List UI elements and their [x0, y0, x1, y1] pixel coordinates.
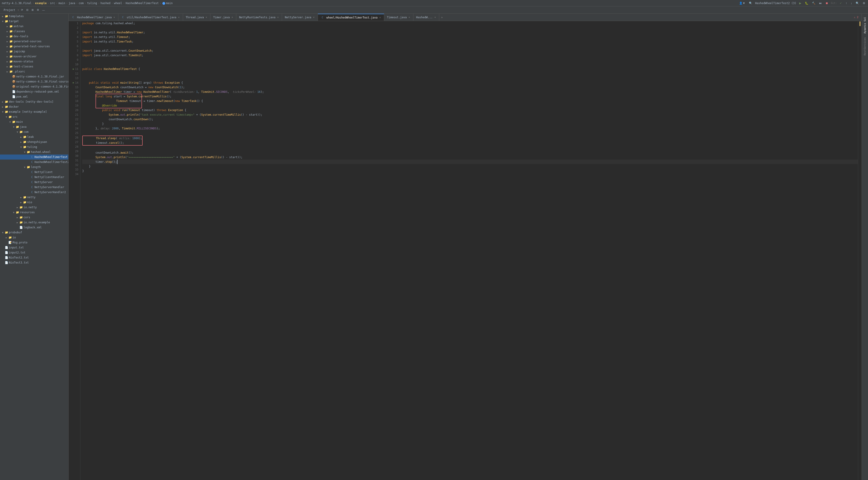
tree-item-pom[interactable]: ▶ 📄 pom.xml [0, 94, 68, 99]
ln-3: 3 [69, 30, 79, 35]
tree-item-resources[interactable]: ▼ 📁 resources [0, 210, 68, 215]
tab-thread[interactable]: Thread.java × [183, 14, 211, 21]
tree-item-cors[interactable]: ▶ 📁 cors [0, 215, 68, 220]
nav-path: netty-4.1.38.Final › example › src › mai… [2, 2, 173, 5]
stop-btn[interactable]: ⏹ [825, 1, 829, 5]
tab-close-6[interactable]: × [313, 16, 315, 19]
search-btn[interactable]: 🔍 [855, 1, 860, 5]
ln-17: 17 [69, 94, 79, 99]
tab-close-4[interactable]: × [231, 16, 233, 19]
tree-item-nettyserverhandler2[interactable]: ▶ C NettyServerHandler2 [0, 190, 68, 195]
tree-item-nettyclienthandler[interactable]: ▶ C NettyClientHandler [0, 175, 68, 180]
tree-item-input-txt[interactable]: ▶ 📄 input.txt [0, 245, 68, 250]
tree-item-tuling[interactable]: ▼ 📁 tuling [0, 145, 68, 149]
vcs-btn[interactable]: 🔍 [748, 1, 753, 5]
tree-item-original-jar[interactable]: ▶ 📦 original-netty-common-4.1.38.Final.j… [0, 84, 68, 89]
ln-5: 5 [69, 39, 79, 44]
build-btn[interactable]: 🔨 [811, 1, 816, 5]
tree-item-common-sources-jar[interactable]: ▶ 📦 netty-common-4.1.38.Final-sources.ja… [0, 79, 68, 84]
collapse-all-btn[interactable]: ⊟ [25, 7, 30, 12]
settings-toolbar-btn[interactable]: ⚙ [35, 7, 40, 12]
tree-item-com[interactable]: ▼ 📁 com [0, 129, 68, 134]
tree-item-main[interactable]: ▼ 📁 main [0, 119, 68, 124]
tree-item-nettyserver[interactable]: ▶ C NettyServer [0, 180, 68, 185]
tab-close-7[interactable]: × [408, 16, 410, 19]
tree-item-hashed-wheel[interactable]: ▼ 📁 hashed.wheel [0, 149, 68, 154]
user-icon-btn[interactable]: 👤▼ [738, 1, 746, 5]
tree-item-maven-archiver[interactable]: ▶ 📁 maven-archiver [0, 54, 68, 59]
tab-label-wheel-hashedwheel: wheel/HashedWheelTimerTest.java [327, 16, 377, 19]
more-run-btn[interactable]: ⏭ [818, 1, 823, 5]
tree-item-devtools-module[interactable]: ▶ 📁 dev-tools [netty-dev-tools] [0, 99, 68, 104]
run-btn[interactable]: ▶ [798, 1, 802, 5]
tree-item-probobuf[interactable]: ▼ 📁 probobuf [0, 230, 68, 235]
tab-timeout[interactable]: Timeout.java × [384, 14, 413, 21]
tree-item-target[interactable]: ▼ 📁 target [0, 19, 68, 24]
tab-close-1[interactable]: × [113, 16, 116, 19]
filter-btn[interactable]: — [41, 8, 46, 12]
tree-item-nio[interactable]: ▶ 📁 nio [0, 200, 68, 205]
tree-item-nettyserverhandler[interactable]: ▶ C NettyServerHandler [0, 185, 68, 190]
side-tab-restservices[interactable]: RestServices [863, 36, 867, 57]
tree-item-test-classes[interactable]: ▶ 📁 test-classes [0, 64, 68, 69]
tab-close-3[interactable]: × [205, 16, 208, 19]
tree-item-dev-tools[interactable]: ▶ 📁 dev-tools [0, 34, 68, 39]
label-nettyclienthandler: NettyClientHandler [34, 176, 64, 179]
tree-item-templates[interactable]: ▶ 📁 templates [0, 14, 68, 19]
tree-item-hashedwheel-test[interactable]: ▶ C HashedWheelTimerTest [0, 154, 68, 159]
tree-item-leak[interactable]: ▶ 📁 leak [0, 134, 68, 140]
tab-hashedw-ellipsis[interactable]: HashedW... × [413, 14, 439, 21]
tree-item-src[interactable]: ▼ 📁 src [0, 114, 68, 119]
tree-item-niotest2[interactable]: ▶ 📄 NioTest2.txt [0, 255, 68, 260]
tree-item-japicmp[interactable]: ▶ 📁 japicmp [0, 49, 68, 54]
tree-item-java[interactable]: ▼ 📁 java [0, 124, 68, 129]
tree-item-io-netty[interactable]: ▶ 📁 io.netty [0, 205, 68, 210]
git-push-btn[interactable]: ↑ [845, 1, 848, 5]
tree-item-msg-proto[interactable]: ▶ 📝 Msg.proto [0, 240, 68, 245]
tree-item-hashedwheel-test2[interactable]: ▶ C HashedWheelTimerTest2 [0, 159, 68, 164]
tab-close-8[interactable]: × [434, 16, 436, 19]
tree-item-length[interactable]: ▼ 📁 length [0, 164, 68, 170]
tab-close-5[interactable]: × [277, 16, 279, 19]
tree-item-niotest3[interactable]: ▶ 📄 NioTest3.txt [0, 260, 68, 265]
tree-item-io[interactable]: ▶ 📁 io [0, 235, 68, 240]
tab-hashedwheeltimer[interactable]: C HashedWheelTimer.java × [68, 14, 118, 21]
code-content[interactable]: package com.tuling.hashed.wheel; import … [81, 21, 858, 480]
tree-item-gen-sources[interactable]: ▶ 📁 generated-sources [0, 39, 68, 44]
sync-btn[interactable]: ⟳ [20, 7, 25, 12]
tree-item-shengshiyuan[interactable]: ▶ 📁 shengshiyuan [0, 140, 68, 145]
tree-item-io-netty-example[interactable]: ▶ 📁 io.netty.example [0, 220, 68, 225]
tree-item-netty[interactable]: ▶ 📁 netty [0, 195, 68, 200]
tab-label-nettyserver: NettyServer.java [285, 16, 311, 19]
tab-close-active[interactable]: × [379, 16, 381, 19]
git-pull-btn[interactable]: ↓ [850, 1, 853, 5]
tree-item-docker[interactable]: ▶ 📁 docker [0, 104, 68, 109]
expand-all-btn[interactable]: ⊞ [30, 7, 35, 12]
tree-item-classes[interactable]: ▶ 📁 classes [0, 29, 68, 34]
tree-item-logback[interactable]: ▶ 📄 logback.xml [0, 225, 68, 230]
tree-item-maven-status[interactable]: ▶ 📁 maven-status [0, 59, 68, 64]
tab-overflow-btn[interactable]: » [439, 16, 444, 19]
tab-java-icon-active: C [321, 16, 324, 19]
tree-item-gen-test-sources[interactable]: ▶ 📁 generated-test-sources [0, 44, 68, 49]
tree-item-plxarc[interactable]: ▶ 📁 .plxarc [0, 69, 68, 74]
tab-util-hashedwheel[interactable]: C util/HashedWheelTimerTest.java × [118, 14, 183, 21]
debug-btn[interactable]: 🐛 [804, 1, 809, 5]
nav-sep-4: › [66, 2, 68, 5]
tree-item-dep-pom[interactable]: ▶ 📄 dependency-reduced-pom.xml [0, 89, 68, 94]
arrow-target: ▼ [1, 20, 5, 23]
side-tab-ayaatis[interactable]: Ayaatis Sul [863, 16, 867, 35]
txt-icon-2: 📄 [5, 251, 8, 254]
tree-item-example[interactable]: ▼ 📁 example [netty-example] [0, 109, 68, 114]
tree-item-input2-txt[interactable]: ▶ 📄 input2.txt [0, 250, 68, 255]
tree-item-common-jar[interactable]: ▶ 📦 netty-common-4.1.38.Final.jar [0, 74, 68, 79]
tree-item-antrun[interactable]: ▶ 📁 antrun [0, 24, 68, 29]
tab-close-2[interactable]: × [178, 16, 180, 19]
tab-nettyruntimetests[interactable]: NettyRuntimeTests.java × [236, 14, 282, 21]
git-check-btn[interactable]: ✓ [839, 1, 843, 5]
tab-timer[interactable]: Timer.java × [211, 14, 236, 21]
settings-btn[interactable]: ⚙ [862, 1, 866, 5]
tab-wheel-hashedwheel[interactable]: C wheel/HashedWheelTimerTest.java × [318, 14, 384, 21]
tab-nettyserver[interactable]: NettyServer.java × [282, 14, 318, 21]
tree-item-nettyclient[interactable]: ▶ C NettyClient [0, 170, 68, 175]
